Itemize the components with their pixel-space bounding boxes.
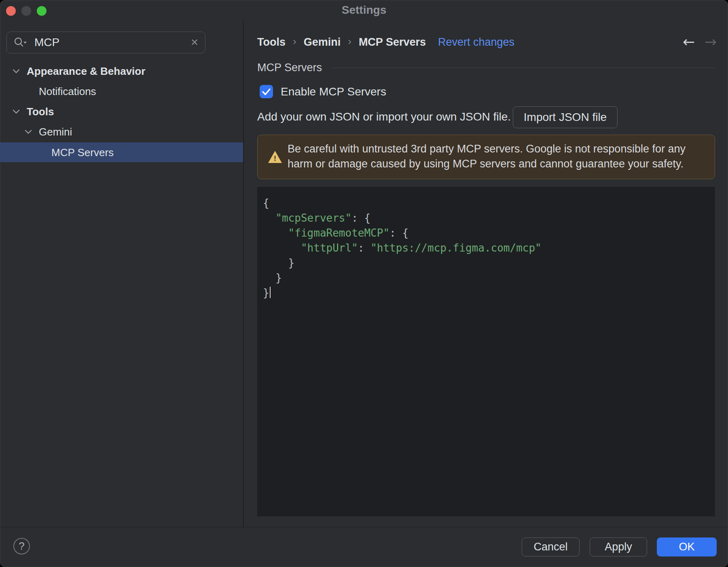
warning-text: Be careful with untrusted 3rd party MCP … bbox=[288, 142, 703, 171]
chevron-down-icon[interactable] bbox=[13, 110, 20, 114]
settings-window: Settings ✕ Appearance & Behavior Notific… bbox=[0, 0, 728, 567]
sidebar-item-appearance-behavior[interactable]: Appearance & Behavior bbox=[0, 61, 243, 81]
sidebar-item-label: Gemini bbox=[39, 126, 72, 138]
sidebar-item-label: MCP Servers bbox=[51, 146, 114, 159]
warning-banner: ! Be careful with untrusted 3rd party MC… bbox=[257, 135, 715, 179]
chevron-down-icon[interactable] bbox=[13, 69, 20, 74]
sidebar-item-gemini[interactable]: Gemini bbox=[0, 122, 243, 142]
question-mark-icon: ? bbox=[19, 540, 24, 552]
code-line: "mcpServers": { bbox=[263, 211, 715, 226]
code-line: } bbox=[263, 256, 715, 271]
clear-search-icon[interactable]: ✕ bbox=[190, 37, 199, 48]
ok-button[interactable]: OK bbox=[657, 537, 717, 556]
sidebar-item-mcp-servers[interactable]: MCP Servers bbox=[0, 142, 243, 162]
breadcrumb: Tools › Gemini › MCP Servers Revert chan… bbox=[257, 34, 514, 50]
sidebar-item-label: Appearance & Behavior bbox=[27, 65, 145, 78]
code-line: { bbox=[263, 196, 715, 211]
forward-arrow-icon[interactable]: → bbox=[705, 34, 717, 50]
enable-mcp-servers-row: Enable MCP Servers bbox=[260, 85, 386, 98]
import-hint-text: Add your own JSON or import your own JSO… bbox=[257, 110, 511, 123]
code-line: "httpUrl": "https://mcp.figma.com/mcp" bbox=[263, 241, 715, 256]
chevron-down-icon[interactable] bbox=[25, 130, 32, 134]
search-input[interactable] bbox=[34, 36, 190, 49]
code-line: } bbox=[263, 271, 715, 286]
back-arrow-icon[interactable]: ← bbox=[683, 34, 695, 50]
search-icon bbox=[13, 37, 27, 48]
text-caret bbox=[270, 287, 271, 298]
code-line: "figmaRemoteMCP": { bbox=[263, 226, 715, 241]
mcp-json-editor[interactable]: { "mcpServers": { "figmaRemoteMCP": { "h… bbox=[257, 187, 715, 516]
window-title: Settings bbox=[0, 4, 728, 17]
sidebar-item-label: Tools bbox=[27, 106, 54, 118]
breadcrumb-separator-icon: › bbox=[293, 35, 296, 49]
checkmark-icon bbox=[261, 87, 271, 96]
section-rule bbox=[331, 68, 715, 68]
import-json-file-button[interactable]: Import JSON file bbox=[513, 106, 618, 128]
apply-button[interactable]: Apply bbox=[590, 537, 647, 556]
breadcrumb-gemini[interactable]: Gemini bbox=[304, 36, 341, 49]
sidebar-item-notifications[interactable]: Notifications bbox=[0, 81, 243, 102]
settings-search-field[interactable]: ✕ bbox=[6, 32, 205, 53]
code-line: } bbox=[263, 286, 715, 300]
enable-mcp-servers-checkbox[interactable] bbox=[260, 85, 273, 98]
help-button[interactable]: ? bbox=[13, 538, 30, 554]
cancel-button[interactable]: Cancel bbox=[522, 537, 580, 556]
breadcrumb-tools[interactable]: Tools bbox=[257, 36, 286, 49]
enable-mcp-servers-label: Enable MCP Servers bbox=[281, 85, 386, 98]
footer-divider bbox=[0, 527, 728, 527]
sidebar-divider bbox=[243, 21, 244, 527]
section-header: MCP Servers bbox=[257, 61, 715, 74]
titlebar: Settings bbox=[0, 0, 728, 21]
revert-changes-link[interactable]: Revert changes bbox=[438, 36, 514, 49]
breadcrumb-mcp-servers: MCP Servers bbox=[359, 36, 426, 49]
section-title: MCP Servers bbox=[257, 61, 322, 74]
sidebar-item-label: Notifications bbox=[39, 85, 96, 98]
warning-icon: ! bbox=[268, 151, 282, 163]
sidebar-item-tools[interactable]: Tools bbox=[0, 102, 243, 122]
breadcrumb-separator-icon: › bbox=[348, 35, 351, 49]
